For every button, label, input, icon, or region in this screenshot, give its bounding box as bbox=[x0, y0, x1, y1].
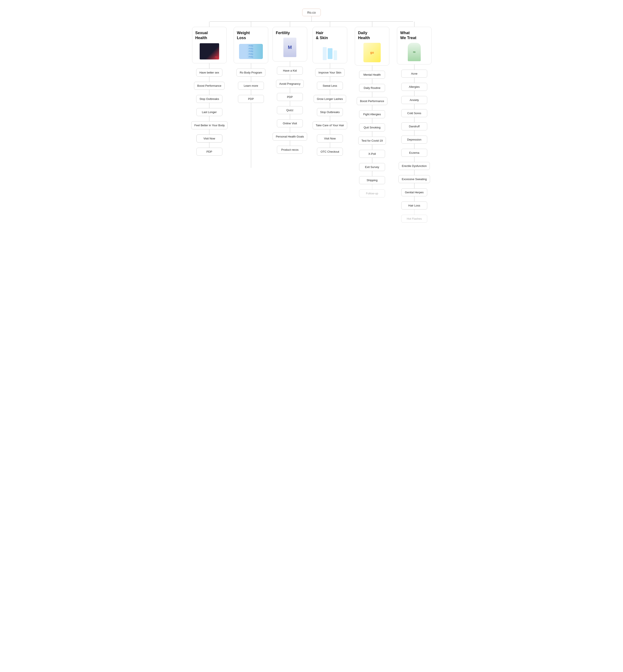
node-dandruff[interactable]: Dandruff bbox=[401, 122, 427, 130]
node-sweat-less[interactable]: Sweat Less bbox=[317, 82, 343, 90]
node-visit-now-h[interactable]: Visit Now bbox=[317, 134, 343, 143]
wvl3 bbox=[251, 90, 251, 95]
card-sexual: SexualHealth bbox=[192, 27, 227, 63]
columns-container: SexualHealth Have better sex Boost Perfo… bbox=[192, 22, 431, 223]
node-shipping[interactable]: Shipping bbox=[359, 176, 385, 184]
img-daily-area bbox=[358, 43, 386, 62]
vl6 bbox=[209, 129, 209, 134]
node-quit-smoking[interactable]: Quit Smoking bbox=[359, 123, 385, 131]
product-img-fertility bbox=[284, 38, 296, 57]
col-daily: DailyHealth Mental Health Daily Routine … bbox=[351, 22, 393, 197]
title-weight: WeightLoss bbox=[237, 30, 250, 41]
img-what-area bbox=[400, 43, 428, 61]
vl3 bbox=[209, 90, 209, 95]
node-feel-better[interactable]: Feel Better in Your Body bbox=[191, 121, 228, 129]
img-hair-area bbox=[316, 43, 344, 60]
node-hair-loss[interactable]: Hair Loss bbox=[401, 202, 427, 210]
col-weight: WeightLoss PhillyPhillyPhillyPhillyPhill… bbox=[231, 22, 271, 168]
product-img-hair bbox=[319, 43, 341, 60]
node-acne[interactable]: Acne bbox=[401, 70, 427, 78]
node-last-longer[interactable]: Last Longer bbox=[197, 108, 222, 116]
title-sexual: SexualHealth bbox=[195, 30, 208, 41]
card-weight: WeightLoss PhillyPhillyPhillyPhillyPhill… bbox=[234, 27, 268, 63]
node-xpoll[interactable]: X-Poll bbox=[359, 150, 385, 158]
node-pdp-f[interactable]: PDP bbox=[277, 93, 303, 101]
img-fertility-area bbox=[276, 38, 304, 57]
vl5 bbox=[209, 116, 209, 121]
vl1 bbox=[209, 63, 209, 68]
node-daily-routine[interactable]: Daily Routine bbox=[359, 84, 385, 92]
node-pdp-s[interactable]: PDP bbox=[197, 148, 222, 156]
col-what: WhatWe Treat Acne Allergies Anxiety Cold… bbox=[393, 22, 436, 223]
root-line-down bbox=[312, 16, 312, 22]
node-visit-now-s[interactable]: Visit Now bbox=[197, 134, 222, 143]
node-take-care-hair[interactable]: Take Care of Your Hair bbox=[313, 121, 348, 129]
node-ro-body[interactable]: Ro Body Program bbox=[236, 68, 265, 77]
col-sexual: SexualHealth Have better sex Boost Perfo… bbox=[188, 22, 231, 156]
node-ed[interactable]: Erectile Dysfunction bbox=[399, 162, 430, 170]
col-line-sexual bbox=[209, 22, 209, 27]
node-have-better-sex[interactable]: Have better sex bbox=[196, 68, 222, 77]
wvl2 bbox=[251, 77, 251, 82]
node-genital-herpes[interactable]: Genital Herpes bbox=[401, 188, 427, 196]
card-what: WhatWe Treat bbox=[397, 27, 432, 64]
node-grow-lashes[interactable]: Grow Longer Lashes bbox=[314, 95, 346, 103]
product-img-daily bbox=[363, 43, 381, 62]
vl2 bbox=[209, 77, 209, 82]
node-allergies[interactable]: Allergies bbox=[401, 83, 427, 91]
root-node: Ro.co bbox=[302, 9, 321, 22]
title-hair: Hair& Skin bbox=[316, 30, 328, 41]
vl7 bbox=[209, 143, 209, 148]
card-hair: Hair& Skin bbox=[313, 27, 347, 63]
node-anxiety[interactable]: Anxiety bbox=[401, 96, 427, 104]
product-img-what bbox=[408, 43, 421, 61]
node-learn-more[interactable]: Learn more bbox=[238, 82, 264, 90]
node-excess-sweat[interactable]: Excessive Sweating bbox=[398, 175, 430, 183]
node-boost-perf-d[interactable]: Boost Performance bbox=[357, 97, 387, 105]
card-fertility: Fertility bbox=[273, 27, 307, 61]
col-line-weight bbox=[251, 22, 251, 27]
node-hot-flashes[interactable]: Hot Flashes bbox=[401, 215, 427, 223]
title-what: WhatWe Treat bbox=[400, 30, 416, 41]
root-box[interactable]: Ro.co bbox=[302, 9, 321, 16]
node-depression[interactable]: Depression bbox=[401, 135, 427, 144]
node-exit-survey[interactable]: Exit Survey bbox=[359, 163, 385, 171]
node-cold-sores[interactable]: Cold Sores bbox=[401, 109, 427, 117]
product-img-sexual bbox=[200, 43, 219, 59]
col-fertility: Fertility Have a Kid Avoid Pregnancy PDP… bbox=[271, 22, 309, 154]
node-stop-outbreaks-s[interactable]: Stop Outbreaks bbox=[196, 95, 222, 103]
node-quizz[interactable]: Quizz bbox=[277, 106, 303, 114]
node-pdp-w[interactable]: PDP bbox=[238, 95, 264, 103]
node-online-visit[interactable]: Online Visit bbox=[277, 119, 303, 127]
node-improve-skin[interactable]: Improve Your Skin bbox=[315, 68, 345, 77]
node-mental-health[interactable]: Mental Health bbox=[359, 71, 385, 79]
node-have-kid[interactable]: Have a Kid bbox=[277, 67, 303, 74]
title-daily: DailyHealth bbox=[358, 30, 370, 41]
node-fight-allergies[interactable]: Fight Allergies bbox=[359, 110, 385, 118]
vl4 bbox=[209, 103, 209, 108]
node-test-covid[interactable]: Test for Covid-19 bbox=[358, 136, 386, 145]
node-eczema[interactable]: Eczema bbox=[401, 149, 427, 157]
img-sexual bbox=[195, 43, 224, 60]
node-followup[interactable]: Follow-up bbox=[359, 189, 385, 197]
node-boost-perf-s[interactable]: Boost Performance bbox=[194, 82, 225, 90]
node-stop-outbreaks-h[interactable]: Stop Outbreaks bbox=[317, 108, 343, 116]
card-daily: DailyHealth bbox=[355, 27, 389, 65]
weight-long-line bbox=[251, 103, 251, 168]
node-otc-checkout[interactable]: OTC Checkout bbox=[317, 148, 343, 156]
title-fertility: Fertility bbox=[276, 30, 290, 35]
node-personal-goals[interactable]: Personal Health Goals bbox=[273, 132, 307, 141]
col-hair: Hair& Skin Improve Your Skin Sweat Less … bbox=[309, 22, 351, 156]
product-img-weight: PhillyPhillyPhillyPhillyPhilly bbox=[239, 44, 263, 59]
page: Ro.co SexualHealth Have better sex Boost… bbox=[0, 0, 623, 240]
img-weight-area: PhillyPhillyPhillyPhillyPhilly bbox=[237, 43, 265, 60]
node-avoid-preg[interactable]: Avoid Pregnancy bbox=[276, 80, 304, 88]
wvl1 bbox=[251, 63, 251, 68]
node-product-recos[interactable]: Product recos bbox=[277, 146, 303, 154]
